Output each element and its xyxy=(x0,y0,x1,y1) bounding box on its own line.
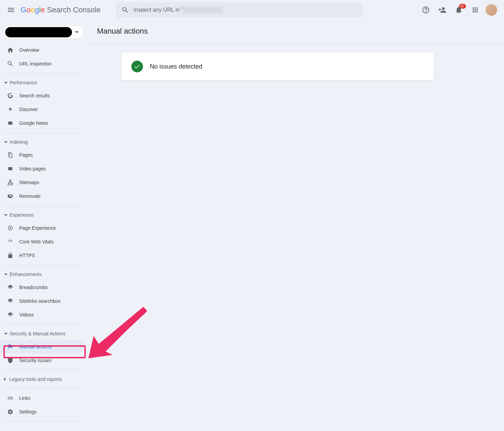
sidebar-item-manual-actions[interactable]: Manual actions xyxy=(0,340,84,354)
url-inspect-search[interactable]: Inspect any URL in " xyxy=(116,2,363,18)
flag-icon xyxy=(7,343,14,350)
sidebar-item-security-issues[interactable]: Security issues xyxy=(0,354,84,367)
sidebar-item-label: Videos xyxy=(19,312,34,318)
sidebar-item-label: Overview xyxy=(19,47,39,53)
status-card: No issues detected xyxy=(122,52,434,81)
sidebar-item-label: Sitemaps xyxy=(19,180,39,185)
pages-icon xyxy=(7,152,14,158)
sidebar-item-sitemaps[interactable]: Sitemaps xyxy=(0,176,84,189)
divider xyxy=(4,265,83,265)
layers-icon xyxy=(7,311,14,318)
sidebar-item-url-inspection[interactable]: URL inspection xyxy=(0,57,84,71)
divider xyxy=(4,370,83,370)
chevron-down-icon xyxy=(4,82,8,84)
notifications-badge: 97 xyxy=(459,4,466,9)
news-icon xyxy=(7,120,14,127)
sidebar-item-label: Manual actions xyxy=(19,344,51,349)
speed-icon xyxy=(7,238,14,245)
sidebar-item-sitelinks-searchbox[interactable]: Sitelinks searchbox xyxy=(0,294,84,308)
product-logo[interactable]: Google Search Console xyxy=(19,5,102,14)
sidebar-item-removals[interactable]: Removals xyxy=(0,189,84,203)
sidebar-section-label: Security & Manual Actions xyxy=(10,331,65,336)
sidebar-item-video-pages[interactable]: Video pages xyxy=(0,162,84,176)
account-avatar[interactable] xyxy=(485,4,497,16)
sidebar-section-experience[interactable]: Experience xyxy=(0,209,87,221)
chevron-down-icon xyxy=(4,274,8,275)
gear-icon xyxy=(7,408,14,415)
sidebar-section-label: Experience xyxy=(10,212,34,218)
status-message: No issues detected xyxy=(150,63,202,70)
sidebar-item-label: Core Web Vitals xyxy=(19,239,54,244)
chevron-down-icon xyxy=(4,214,8,216)
divider xyxy=(4,421,83,422)
help-icon xyxy=(422,6,430,14)
sidebar-item-search-results[interactable]: Search results xyxy=(0,89,84,103)
sidebar-item-label: Video pages xyxy=(19,166,46,171)
visibility-off-icon xyxy=(7,193,14,200)
sidebar-item-label: Google News xyxy=(19,120,48,126)
menu-icon xyxy=(7,6,15,14)
sidebar-section-legacy[interactable]: Legacy tools and reports xyxy=(0,373,87,385)
chevron-down-icon xyxy=(4,141,8,143)
sidebar-item-label: Page Experience xyxy=(19,225,56,231)
search-icon xyxy=(121,6,129,14)
sidebar-item-pages[interactable]: Pages xyxy=(0,148,84,162)
property-name-redacted xyxy=(5,27,72,37)
sidebar-item-label: Discover xyxy=(19,107,38,112)
svg-point-1 xyxy=(10,227,11,229)
url-inspect-input[interactable] xyxy=(223,7,357,13)
sidebar-item-label: Search results xyxy=(19,93,50,98)
header-actions: 97 xyxy=(418,2,501,18)
sidebar-item-page-experience[interactable]: Page Experience xyxy=(0,221,84,235)
sidebar-section-label: Indexing xyxy=(10,139,28,145)
links-icon xyxy=(7,395,14,402)
sidebar-section-performance[interactable]: Performance xyxy=(0,76,87,89)
sidebar-section-label: Legacy tools and reports xyxy=(9,376,62,382)
sidebar-section-security[interactable]: Security & Manual Actions xyxy=(0,327,87,340)
sidebar-item-links[interactable]: Links xyxy=(0,391,84,405)
add-user-button[interactable] xyxy=(434,2,451,18)
sidebar-item-label: URL inspection xyxy=(19,61,51,67)
divider xyxy=(87,44,504,44)
layers-icon xyxy=(7,298,14,304)
video-pages-icon xyxy=(7,165,14,172)
sidebar-section-enhancements[interactable]: Enhancements xyxy=(0,268,87,280)
divider xyxy=(4,388,83,388)
sidebar-item-label: Security issues xyxy=(19,358,51,363)
sidebar-item-overview[interactable]: Overview xyxy=(0,43,84,57)
google-logo-text: Google xyxy=(21,5,45,14)
sidebar-section-label: Performance xyxy=(10,80,37,85)
sidebar-item-label: Sitelinks searchbox xyxy=(19,298,61,304)
sidebar-item-https[interactable]: HTTPS xyxy=(0,249,84,262)
divider xyxy=(4,206,83,206)
search-placeholder-prefix: Inspect any URL in " xyxy=(134,7,183,13)
lock-icon xyxy=(7,252,14,259)
main-menu-button[interactable] xyxy=(3,2,19,18)
sitemap-icon xyxy=(7,179,14,186)
apps-button[interactable] xyxy=(467,2,483,18)
notifications-button[interactable]: 97 xyxy=(451,2,467,18)
sidebar-item-discover[interactable]: Discover xyxy=(0,103,84,116)
sidebar-item-label: Links xyxy=(19,395,31,401)
success-check-icon xyxy=(131,61,143,72)
search-placeholder-redacted xyxy=(183,7,223,13)
home-icon xyxy=(7,47,14,53)
sidebar-item-breadcrumbs[interactable]: Breadcrumbs xyxy=(0,280,84,294)
sidebar-item-videos[interactable]: Videos xyxy=(0,308,84,322)
sidebar-item-settings[interactable]: Settings xyxy=(0,405,84,419)
shield-icon xyxy=(7,357,14,364)
discover-icon xyxy=(7,106,14,113)
property-selector[interactable] xyxy=(3,25,84,39)
help-button[interactable] xyxy=(418,2,434,18)
chevron-down-icon xyxy=(4,333,8,335)
chevron-right-icon xyxy=(4,378,6,381)
sidebar-item-label: Settings xyxy=(19,409,37,415)
person-add-icon xyxy=(438,6,446,14)
divider xyxy=(4,133,83,133)
search-icon xyxy=(7,60,14,67)
sidebar-item-label: Breadcrumbs xyxy=(19,285,48,290)
sidebar-item-core-web-vitals[interactable]: Core Web Vitals xyxy=(0,235,84,249)
sidebar-item-label: Removals xyxy=(19,193,40,199)
sidebar-section-indexing[interactable]: Indexing xyxy=(0,136,87,148)
sidebar-item-google-news[interactable]: Google News xyxy=(0,116,84,130)
